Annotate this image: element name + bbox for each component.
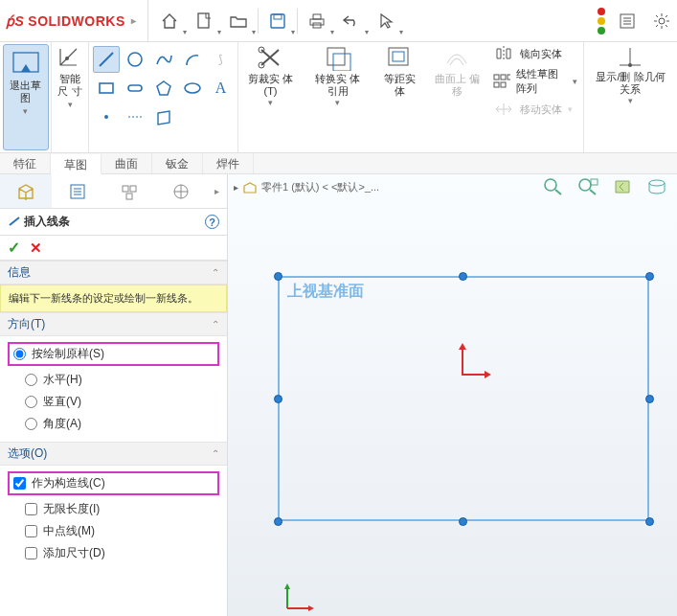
- rebuild-traffic-icon[interactable]: [595, 7, 608, 35]
- svg-point-31: [628, 63, 632, 67]
- svg-rect-4: [313, 14, 321, 19]
- spline-tool[interactable]: [150, 46, 177, 73]
- point-tool[interactable]: [93, 103, 120, 130]
- graphics-area[interactable]: ▸ 零件1 (默认) < <默认>_... 上视基准面: [228, 174, 677, 616]
- zoom-fit-icon[interactable]: [539, 174, 568, 199]
- help-icon[interactable]: ?: [205, 215, 219, 229]
- handle-tm[interactable]: [459, 272, 467, 281]
- offset-on-surface-button[interactable]: 曲面上 偏移: [426, 42, 487, 152]
- breadcrumb[interactable]: ▸ 零件1 (默认) < <默认>_...: [234, 180, 379, 194]
- radio-angle[interactable]: [25, 418, 37, 430]
- property-tab[interactable]: [52, 174, 103, 208]
- checkbox-midpoint-row[interactable]: 中点线(M): [8, 523, 219, 539]
- svg-rect-20: [327, 48, 345, 65]
- zoom-area-icon[interactable]: [574, 174, 602, 199]
- print-icon[interactable]: ▾: [302, 6, 332, 36]
- svg-line-10: [100, 53, 113, 66]
- handle-bm[interactable]: [459, 517, 467, 526]
- section-header-direction[interactable]: 方向(T)⌃: [0, 312, 227, 336]
- rectangle-tool[interactable]: [93, 75, 120, 102]
- plane-tool[interactable]: [150, 103, 177, 130]
- line-tool[interactable]: [93, 46, 120, 73]
- text-tool[interactable]: A: [208, 75, 235, 102]
- open-icon[interactable]: ▾: [223, 6, 254, 36]
- svg-point-16: [104, 115, 108, 119]
- radio-horizontal-row[interactable]: 水平(H): [8, 372, 219, 388]
- tab-sketch[interactable]: 草图: [51, 154, 102, 174]
- checkbox-infinite-row[interactable]: 无限长度(I): [8, 501, 219, 517]
- radio-angle-row[interactable]: 角度(A): [8, 416, 219, 432]
- checkbox-add-dim-row[interactable]: 添加尺寸(D): [8, 545, 219, 561]
- offset-entities-button[interactable]: 等距实 体: [373, 42, 426, 152]
- triad-icon: [280, 578, 318, 616]
- previous-view-icon[interactable]: [608, 174, 637, 199]
- radio-vertical[interactable]: [25, 396, 37, 408]
- property-manager-title: 插入线条 ?: [0, 209, 227, 236]
- ribbon: 退出草 图 ▾ 智能尺 寸 ▾ ⟆ A 剪裁实 体(T)▾: [0, 42, 677, 153]
- feature-tree-tab[interactable]: [0, 174, 52, 208]
- linear-pattern-button[interactable]: 线性草图阵列▾: [493, 67, 577, 96]
- checkbox-midpoint[interactable]: [25, 525, 37, 537]
- smart-dimension-button[interactable]: 智能尺 寸 ▾: [56, 44, 84, 150]
- section-view-icon[interactable]: [643, 174, 671, 199]
- display-relations-button[interactable]: 显示/删 除几何 关系▾: [584, 42, 677, 152]
- radio-as-sketched[interactable]: [13, 348, 26, 360]
- checkbox-add-dim[interactable]: [25, 547, 37, 559]
- cancel-button[interactable]: ✕: [30, 240, 42, 257]
- config-tab[interactable]: [103, 174, 155, 208]
- new-icon[interactable]: ▾: [189, 6, 219, 36]
- move-entities-button[interactable]: 移动实体▾: [493, 102, 577, 117]
- convert-entities-button[interactable]: 转换实 体引用▾: [303, 42, 373, 152]
- radio-vertical-row[interactable]: 竖直(V): [8, 394, 219, 410]
- select-arrow-icon[interactable]: ▾: [371, 6, 401, 36]
- options-list-icon[interactable]: [612, 6, 643, 36]
- ok-button[interactable]: ✓: [8, 239, 20, 257]
- svg-point-11: [128, 53, 142, 66]
- svg-rect-0: [198, 13, 209, 28]
- polygon-tool[interactable]: [150, 75, 177, 102]
- radio-horizontal[interactable]: [25, 374, 37, 386]
- heads-up-view-toolbar: [539, 174, 671, 199]
- home-icon[interactable]: ▾: [154, 6, 185, 36]
- circle-tool[interactable]: [122, 46, 148, 73]
- sketch-plane-rectangle[interactable]: [278, 276, 649, 521]
- svg-rect-3: [310, 19, 324, 25]
- fillet-tool[interactable]: ⟆: [208, 46, 235, 73]
- svg-point-43: [649, 180, 665, 186]
- handle-ml[interactable]: [274, 395, 282, 403]
- section-header-options[interactable]: 选项(O)⌃: [0, 442, 227, 466]
- svg-point-9: [65, 57, 69, 60]
- ellipse-tool[interactable]: [179, 75, 206, 102]
- svg-rect-35: [126, 194, 132, 199]
- section-header-info[interactable]: 信息⌃: [0, 261, 227, 285]
- save-icon[interactable]: ▾: [262, 6, 293, 36]
- tab-sheetmetal[interactable]: 钣金: [152, 153, 203, 173]
- undo-icon[interactable]: ▾: [336, 6, 367, 36]
- settings-gear-icon[interactable]: [646, 6, 677, 36]
- handle-br[interactable]: [645, 517, 654, 526]
- tab-features[interactable]: 特征: [0, 153, 51, 173]
- exit-sketch-button[interactable]: 退出草 图 ▾: [3, 44, 49, 150]
- svg-point-38: [545, 179, 556, 191]
- checkbox-infinite[interactable]: [25, 503, 37, 515]
- handle-tr[interactable]: [645, 272, 654, 281]
- slot-tool[interactable]: [122, 75, 148, 102]
- sketch-tools-grid: ⟆ A: [93, 46, 235, 130]
- handle-tl[interactable]: [274, 272, 282, 281]
- svg-rect-23: [393, 52, 404, 61]
- more-tabs[interactable]: ▸: [206, 174, 227, 208]
- tab-weldment[interactable]: 焊件: [203, 153, 254, 173]
- checkbox-construction[interactable]: [13, 477, 26, 490]
- handle-bl[interactable]: [274, 517, 282, 526]
- svg-marker-14: [157, 81, 170, 95]
- property-manager-panel: ▸ 插入线条 ? ✓ ✕ 信息⌃ 编辑下一新线条的设定或绘制一新线条。 方向(T…: [0, 174, 228, 616]
- handle-mr[interactable]: [645, 395, 654, 403]
- arc-tool[interactable]: [179, 46, 206, 73]
- title-bar: ṕSSOLIDWORKS▸ ▾ ▾ ▾ ▾ ▾ ▾ ▾: [0, 0, 677, 42]
- mirror-entities-button[interactable]: 镜向实体: [493, 46, 577, 61]
- centerline-tool[interactable]: [122, 103, 148, 130]
- dimxpert-tab[interactable]: [155, 174, 207, 208]
- trim-button[interactable]: 剪裁实 体(T)▾: [238, 42, 303, 152]
- app-logo: ṕSSOLIDWORKS▸: [0, 0, 148, 42]
- tab-surface[interactable]: 曲面: [102, 153, 152, 173]
